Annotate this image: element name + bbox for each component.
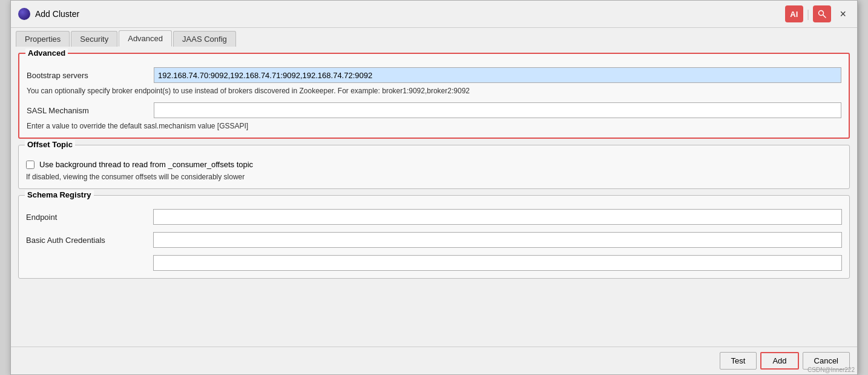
sasl-mechanism-input[interactable] [154, 102, 841, 118]
dialog-footer: Test Add Cancel [11, 347, 857, 374]
endpoint-input[interactable] [153, 209, 842, 225]
main-content: Advanced Bootstrap servers You can optio… [11, 47, 857, 347]
extra-row [26, 255, 842, 271]
tab-advanced[interactable]: Advanced [119, 30, 172, 47]
watermark: CSDN@Inner222 [807, 367, 855, 373]
add-button[interactable]: Add [760, 352, 798, 370]
sasl-mechanism-label: SASL Mechanism [27, 106, 148, 115]
app-icon [18, 8, 30, 20]
toolbar-separator: | [807, 8, 810, 19]
bootstrap-servers-row: Bootstrap servers [27, 67, 841, 83]
advanced-section: Advanced Bootstrap servers You can optio… [18, 53, 850, 139]
bootstrap-servers-input[interactable] [154, 67, 841, 83]
basic-auth-label: Basic Auth Credentials [26, 236, 147, 245]
close-button[interactable]: × [836, 8, 850, 21]
tab-properties[interactable]: Properties [16, 31, 70, 47]
offset-topic-checkbox-row: Use background thread to read from _cons… [26, 160, 842, 169]
svg-line-1 [823, 15, 826, 18]
add-cluster-dialog: Add Cluster AI | × Properties Security A… [10, 0, 858, 375]
endpoint-row: Endpoint [26, 209, 842, 225]
search-button[interactable] [813, 5, 831, 22]
advanced-section-title: Advanced [25, 48, 68, 58]
basic-auth-row: Basic Auth Credentials [26, 232, 842, 248]
schema-registry-section: Schema Registry Endpoint Basic Auth Cred… [18, 195, 850, 279]
offset-topic-checkbox[interactable] [26, 161, 35, 169]
ai-button[interactable]: AI [785, 5, 803, 22]
offset-topic-section: Offset Topic Use background thread to re… [18, 145, 850, 189]
bootstrap-servers-hint: You can optionally specify broker endpoi… [27, 87, 841, 95]
toolbar: AI | [785, 5, 832, 22]
title-bar: Add Cluster AI | × [11, 1, 857, 28]
dialog-title: Add Cluster [35, 9, 780, 19]
tab-jaas-config[interactable]: JAAS Config [173, 31, 236, 47]
schema-registry-section-title: Schema Registry [25, 190, 94, 199]
sasl-mechanism-row: SASL Mechanism [27, 102, 841, 118]
tab-security[interactable]: Security [71, 31, 117, 47]
offset-topic-checkbox-label: Use background thread to read from _cons… [39, 160, 253, 169]
test-button[interactable]: Test [720, 352, 757, 370]
basic-auth-input[interactable] [153, 232, 842, 248]
bootstrap-servers-label: Bootstrap servers [27, 71, 148, 80]
endpoint-label: Endpoint [26, 213, 147, 222]
search-icon [818, 10, 826, 18]
offset-topic-section-title: Offset Topic [25, 140, 75, 149]
tabs-bar: Properties Security Advanced JAAS Config [11, 28, 857, 47]
offset-topic-hint: If disabled, viewing the consumer offset… [26, 173, 842, 181]
extra-input[interactable] [153, 255, 842, 271]
sasl-mechanism-hint: Enter a value to override the default sa… [27, 122, 841, 130]
